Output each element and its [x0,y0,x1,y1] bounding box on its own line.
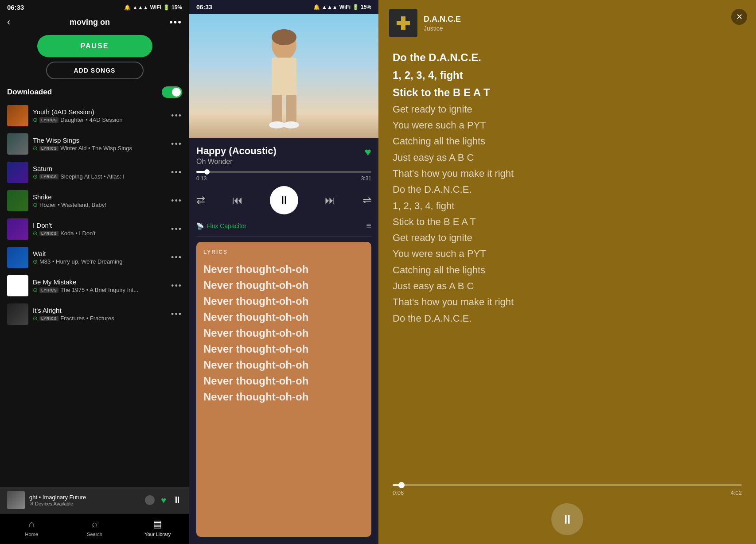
nav-library[interactable]: ▤ Your Library [126,518,189,537]
song-more-button[interactable]: ••• [171,196,182,206]
wifi-icon-2: WiFi [339,4,351,10]
list-item[interactable]: Be My Mistake ⊙ LYRICS The 1975 • A Brie… [0,272,189,300]
lyrics-progress-bar[interactable] [393,484,742,486]
close-lyrics-button[interactable]: ✕ [731,9,747,25]
lyrics-line: That's how you make it right [393,166,742,182]
song-more-button[interactable]: ••• [171,168,182,177]
lyrics-line: Never thought-oh-oh [203,261,364,277]
library-label: Your Library [144,532,171,537]
progress-bar[interactable] [196,171,371,173]
album-art-illustration [240,23,328,129]
song-title: It's Alright [33,307,167,314]
previous-button[interactable]: ⏮ [232,194,243,206]
list-item[interactable]: Shrike ⊙ Hozier • Wasteland, Baby! ••• [0,187,189,215]
song-more-button[interactable]: ••• [171,281,182,291]
song-artist: The 1975 • A Brief Inquiry Int... [60,287,138,293]
full-lyrics-content: Do the D.A.N.C.E. 1, 2, 3, 4, fight Stic… [378,44,756,477]
more-options-button[interactable]: ••• [169,16,182,28]
full-lyrics-panel: D.A.N.C.E Justice ✕ Do the D.A.N.C.E. 1,… [378,0,756,544]
mini-heart-button[interactable]: ♥ [161,495,166,505]
album-art-container [189,14,378,138]
device-name-text: Flux Capacitor [207,222,246,229]
lyrics-badge: LYRICS [39,231,58,236]
song-info: Shrike ⊙ Hozier • Wasteland, Baby! [33,193,167,208]
song-info: Youth (4AD Session) ⊙ LYRICS Daughter • … [33,108,167,123]
shuffle-button[interactable]: ⇄ [196,194,205,206]
lyrics-current-time: 0:06 [393,490,404,496]
lyrics-line: Never thought-oh-oh [203,309,364,325]
list-item[interactable]: Saturn ⊙ LYRICS Sleeping At Last • Atlas… [0,158,189,187]
downloaded-toggle[interactable] [162,86,182,98]
song-more-button[interactable]: ••• [171,310,182,319]
cast-device[interactable]: 📡 Flux Capacitor [196,222,246,229]
song-artist: Sleeping At Last • Atlas: I [60,173,125,180]
song-thumbnail [7,190,28,211]
repeat-button[interactable]: ⇌ [362,194,371,206]
song-thumbnail [7,275,28,296]
lyrics-line: Just easy as A B C [393,278,742,294]
song-title: Shrike [33,193,167,201]
devices-label: Devices Available [35,501,73,506]
track-text: Happy (Acoustic) Oh Wonder [196,145,277,166]
current-time: 0:13 [196,175,207,182]
list-item[interactable]: Wait ⊙ M83 • Hurry up, We're Dreaming ••… [0,243,189,272]
lyrics-play-pause-button[interactable]: ⏸ [551,503,583,535]
song-more-button[interactable]: ••• [171,225,182,234]
progress-area: 0:13 3:31 [196,171,371,182]
download-icon: ⊙ [33,202,38,208]
like-button[interactable]: ♥ [365,145,371,159]
nav-search[interactable]: ⌕ Search [63,518,126,537]
svg-point-6 [283,121,299,128]
download-icon: ⊙ [33,145,38,152]
lyrics-badge: LYRICS [39,117,58,123]
mini-player[interactable]: ght • Imaginary Future ⊡ Devices Availab… [0,487,189,513]
song-title: Saturn [33,165,167,172]
back-button[interactable]: ‹ [7,16,10,28]
add-songs-button[interactable]: ADD SONGS [46,62,144,79]
nav-home[interactable]: ⌂ Home [0,518,63,537]
total-time: 3:31 [361,175,371,182]
track-artist: Oh Wonder [196,158,277,166]
song-info: Wait ⊙ M83 • Hurry up, We're Dreaming [33,250,167,265]
lyrics-line: Get ready to ignite [393,230,742,246]
lyrics-line: 1, 2, 3, 4, fight [393,66,742,84]
mini-player-actions: ♥ ⏸ [145,494,182,506]
pause-button[interactable]: PAUSE [37,35,152,57]
lyrics-panel[interactable]: LYRICS Never thought-oh-oh Never thought… [196,242,371,537]
lyrics-line: You were such a PYT [393,117,742,133]
queue-button[interactable]: ≡ [366,221,371,231]
mini-pause-button[interactable]: ⏸ [172,494,182,506]
signal-icon-2: ▲▲▲ [322,4,338,10]
lyrics-badge: LYRICS [39,174,58,179]
song-info: Saturn ⊙ LYRICS Sleeping At Last • Atlas… [33,165,167,180]
lyrics-player-controls: 0:06 4:02 ⏸ [378,477,756,544]
download-icon: ⊙ [33,173,38,180]
song-meta: ⊙ LYRICS Winter Aid • The Wisp Sings [33,145,167,152]
song-title: The Wisp Sings [33,136,167,144]
wifi-icon: WiFi [150,4,161,11]
time-1: 06:33 [7,4,24,11]
next-button[interactable]: ⏭ [325,194,335,206]
song-title: Be My Mistake [33,278,167,286]
battery-percent: 15% [171,4,182,11]
svg-rect-2 [272,58,296,97]
song-thumbnail [7,247,28,268]
list-item[interactable]: Youth (4AD Session) ⊙ LYRICS Daughter • … [0,101,189,130]
now-playing-panel: 06:33 🔔 ▲▲▲ WiFi 🔋 15% [189,0,378,544]
list-item[interactable]: The Wisp Sings ⊙ LYRICS Winter Aid • The… [0,130,189,158]
lyrics-line: Never thought-oh-oh [203,277,364,293]
search-label: Search [87,532,102,537]
lyrics-line: Do the D.A.N.C.E. [393,182,742,198]
lyrics-progress-thumb [398,482,405,488]
list-item[interactable]: I Don't ⊙ LYRICS Koda • I Don't ••• [0,215,189,243]
song-thumbnail [7,303,28,325]
lyrics-content: Never thought-oh-oh Never thought-oh-oh … [203,261,364,405]
song-more-button[interactable]: ••• [171,111,182,120]
mini-player-thumbnail [7,491,25,509]
notification-icon-2: 🔔 [313,4,320,10]
lyrics-line: Do the D.A.N.C.E. [393,49,742,66]
song-more-button[interactable]: ••• [171,253,182,262]
list-item[interactable]: It's Alright ⊙ LYRICS Fractures • Fractu… [0,300,189,328]
play-pause-button[interactable]: ⏸ [270,186,298,214]
song-more-button[interactable]: ••• [171,140,182,149]
